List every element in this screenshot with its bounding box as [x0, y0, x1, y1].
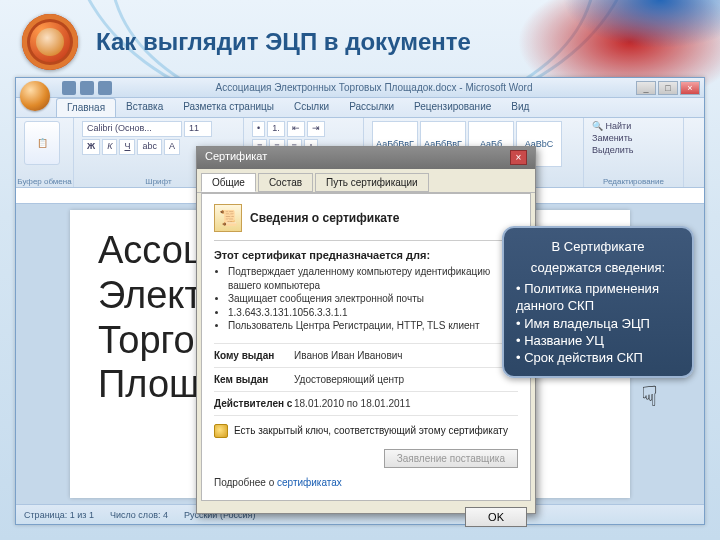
- purpose-list: Подтверждает удаленному компьютеру идент…: [228, 265, 518, 333]
- replace-button[interactable]: Заменить: [592, 133, 675, 143]
- cert-titlebar: Сертификат ×: [197, 147, 535, 169]
- numbering-button[interactable]: 1.: [267, 121, 285, 137]
- window-controls: _ □ ×: [636, 81, 700, 95]
- certificates-link[interactable]: сертификатах: [277, 477, 342, 488]
- ok-button[interactable]: OK: [465, 507, 527, 527]
- paste-button[interactable]: 📋: [24, 121, 60, 165]
- purpose-2: Защищает сообщения электронной почты: [228, 292, 518, 306]
- callout-bullet-3: • Название УЦ: [516, 332, 680, 349]
- tab-layout[interactable]: Разметка страницы: [173, 98, 284, 117]
- qat-undo-icon[interactable]: [80, 81, 94, 95]
- group-clipboard: 📋 Буфер обмена: [16, 118, 74, 187]
- key-icon: [214, 424, 228, 438]
- valid-from: 18.01.2010: [294, 398, 344, 409]
- tab-review[interactable]: Рецензирование: [404, 98, 501, 117]
- certificate-icon: 📜: [214, 204, 242, 232]
- qat-redo-icon[interactable]: [98, 81, 112, 95]
- minimize-button[interactable]: _: [636, 81, 656, 95]
- callout-bullet-4: • Срок действия СКП: [516, 349, 680, 366]
- highlight-button[interactable]: A: [164, 139, 180, 155]
- issued-by-value: Удостоверяющий центр: [294, 374, 404, 385]
- info-callout: В Сертификате содержатся сведения: • Пол…: [502, 226, 694, 378]
- status-words[interactable]: Число слов: 4: [110, 510, 168, 520]
- cert-tab-details[interactable]: Состав: [258, 173, 313, 192]
- strike-button[interactable]: abc: [137, 139, 162, 155]
- word-titlebar: Ассоциация Электронных Торговых Площадок…: [16, 78, 704, 98]
- tab-references[interactable]: Ссылки: [284, 98, 339, 117]
- cert-body: 📜 Сведения о сертификате Этот сертификат…: [201, 193, 531, 501]
- tab-view[interactable]: Вид: [501, 98, 539, 117]
- purpose-1: Подтверждает удаленному компьютеру идент…: [228, 265, 518, 292]
- bullets-button[interactable]: •: [252, 121, 265, 137]
- cert-tab-general[interactable]: Общие: [201, 173, 256, 192]
- tab-home[interactable]: Главная: [56, 98, 116, 117]
- maximize-button[interactable]: □: [658, 81, 678, 95]
- window-title: Ассоциация Электронных Торговых Площадок…: [112, 82, 636, 93]
- group-clipboard-label: Буфер обмена: [16, 177, 73, 186]
- cert-tab-path[interactable]: Путь сертификации: [315, 173, 429, 192]
- group-editing-label: Редактирование: [584, 177, 683, 186]
- select-button[interactable]: Выделить: [592, 145, 675, 155]
- indent-inc-button[interactable]: ⇥: [307, 121, 325, 137]
- bold-button[interactable]: Ж: [82, 139, 100, 155]
- quick-access-toolbar: [62, 81, 112, 95]
- tab-insert[interactable]: Вставка: [116, 98, 173, 117]
- office-button[interactable]: [20, 81, 50, 111]
- group-editing: 🔍 Найти Заменить Выделить Редактирование: [584, 118, 684, 187]
- callout-heading-1: В Сертификате: [516, 238, 680, 255]
- issuer-statement-button[interactable]: Заявление поставщика: [384, 449, 518, 468]
- issued-to-value: Иванов Иван Иванович: [294, 350, 403, 361]
- callout-heading-2: содержатся сведения:: [516, 259, 680, 276]
- issued-by-label: Кем выдан: [214, 374, 294, 385]
- purpose-4: Пользователь Центра Регистрации, HTTP, T…: [228, 319, 518, 333]
- valid-to-word: по: [347, 398, 358, 409]
- callout-bullet-2: • Имя владельца ЭЦП: [516, 315, 680, 332]
- font-name-select[interactable]: Calibri (Основ...: [82, 121, 182, 137]
- callout-bullet-1: • Политика применения данного СКП: [516, 280, 680, 314]
- more-prefix: Подробнее о: [214, 477, 277, 488]
- tab-mailings[interactable]: Рассылки: [339, 98, 404, 117]
- valid-to: 18.01.2011: [361, 398, 411, 409]
- underline-button[interactable]: Ч: [119, 139, 135, 155]
- find-button[interactable]: 🔍 Найти: [592, 121, 675, 131]
- private-key-note: Есть закрытый ключ, соответствующий этом…: [234, 425, 508, 436]
- qat-save-icon[interactable]: [62, 81, 76, 95]
- cert-title-text: Сертификат: [205, 150, 267, 166]
- ribbon-tabs: Главная Вставка Разметка страницы Ссылки…: [16, 98, 704, 118]
- cert-tabs: Общие Состав Путь сертификации: [197, 169, 535, 193]
- indent-dec-button[interactable]: ⇤: [287, 121, 305, 137]
- seal-icon: [22, 14, 78, 70]
- italic-button[interactable]: К: [102, 139, 117, 155]
- font-size-select[interactable]: 11: [184, 121, 212, 137]
- more-info: Подробнее о сертификатах: [214, 477, 342, 488]
- cert-header: Сведения о сертификате: [250, 211, 399, 225]
- valid-label: Действителен с: [214, 398, 294, 409]
- close-button[interactable]: ×: [680, 81, 700, 95]
- valid-value: 18.01.2010 по 18.01.2011: [294, 398, 411, 409]
- purpose-label: Этот сертификат предназначается для:: [214, 249, 430, 261]
- status-page[interactable]: Страница: 1 из 1: [24, 510, 94, 520]
- issued-to-label: Кому выдан: [214, 350, 294, 361]
- certificate-dialog: Сертификат × Общие Состав Путь сертифика…: [196, 146, 536, 514]
- slide-title: Как выглядит ЭЦП в документе: [96, 28, 471, 56]
- purpose-3: 1.3.643.3.131.1056.3.3.1.1: [228, 306, 518, 320]
- cert-close-button[interactable]: ×: [510, 150, 527, 165]
